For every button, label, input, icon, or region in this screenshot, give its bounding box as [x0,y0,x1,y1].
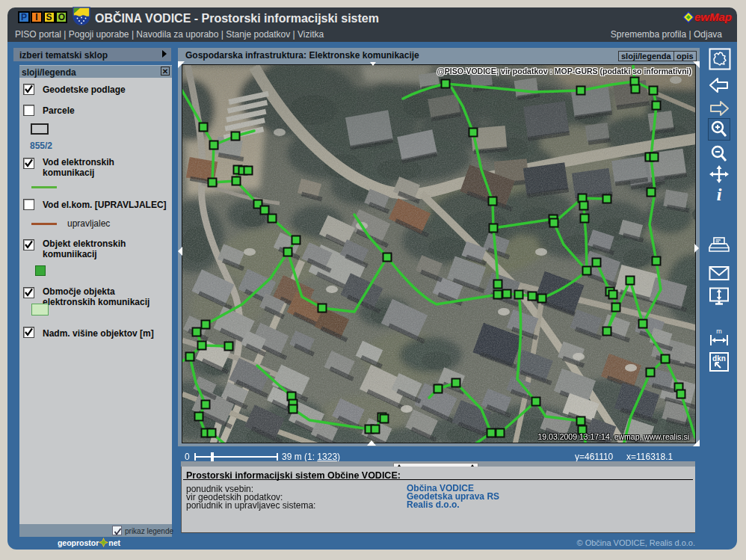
svg-text:m: m [716,327,722,335]
svg-text:dkn: dkn [712,354,726,363]
